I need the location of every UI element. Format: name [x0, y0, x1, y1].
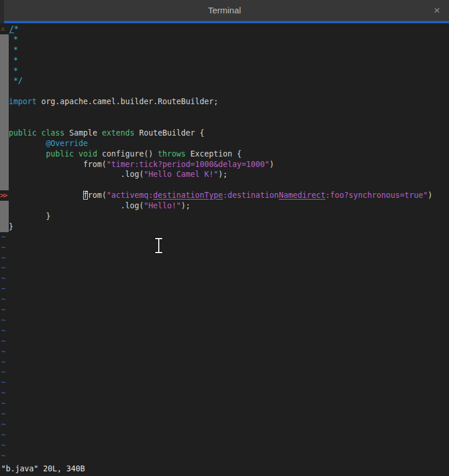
gutter-cell: [0, 76, 9, 86]
window-edge-strip: [0, 0, 4, 23]
code-line: *: [0, 45, 449, 55]
empty-line-marker: ~: [0, 420, 449, 430]
empty-line-marker: ~: [0, 284, 449, 294]
empty-lines: ~~~~~~~~~~~~~~~~~~~~~~: [0, 232, 449, 461]
titlebar[interactable]: Terminal ✕: [0, 0, 449, 21]
empty-line-marker: ~: [0, 305, 449, 315]
code-line: */: [0, 76, 449, 86]
terminal-screen[interactable]: ⚠/* * * * * */import org.apache.camel.bu…: [0, 23, 449, 476]
code-line: ⚠/*: [0, 24, 449, 34]
empty-line-marker: ~: [0, 263, 449, 273]
code-line: }: [0, 222, 449, 232]
code-text: *: [9, 66, 18, 76]
code-line: .log("Hello!");: [0, 201, 449, 211]
empty-line-marker: ~: [0, 294, 449, 305]
gutter-cell: [0, 97, 9, 107]
empty-line-marker: ~: [0, 451, 449, 461]
code-text: from("activemq:destinationType:destinati…: [9, 190, 433, 201]
empty-line-marker: ~: [0, 399, 449, 409]
code-line: @Override: [0, 138, 449, 149]
code-text: /*: [9, 24, 19, 34]
code-text: from("timer:tick?period=1000&delay=1000"…: [9, 159, 274, 170]
empty-line-marker: ~: [0, 409, 449, 420]
code-line: *: [0, 34, 449, 45]
gutter-cell: [0, 180, 9, 190]
empty-line-marker: ~: [0, 347, 449, 357]
code-text: }: [9, 211, 51, 222]
gutter-cell: [0, 159, 9, 170]
code-text: *: [9, 34, 18, 45]
empty-line-marker: ~: [0, 378, 449, 388]
code-text: *: [9, 45, 18, 55]
gutter-cell: [0, 149, 9, 159]
code-line: [0, 180, 449, 190]
code-text: public void configure() throws Exception…: [9, 149, 241, 159]
terminal-window: Terminal ✕ ⚠/* * * * * */import org.apac…: [0, 0, 449, 476]
code-line: [0, 118, 449, 128]
empty-line-marker: ~: [0, 367, 449, 378]
code-line: >> from("activemq:destinationType:destin…: [0, 190, 449, 201]
gutter-cell: [0, 45, 9, 55]
gutter-cell: [0, 66, 9, 76]
code-line: [0, 86, 449, 97]
code-line: [0, 107, 449, 118]
empty-line-marker: ~: [0, 326, 449, 336]
code-line: public class Sample extends RouteBuilder…: [0, 128, 449, 138]
empty-line-marker: ~: [0, 253, 449, 264]
code-line: *: [0, 66, 449, 76]
code-text: @Override: [9, 138, 88, 149]
gutter-cell: [0, 201, 9, 211]
empty-line-marker: ~: [0, 430, 449, 441]
empty-line-marker: ~: [0, 441, 449, 451]
gutter-cell: [0, 169, 9, 180]
vim-status-line: "b.java" 20L, 340B: [1, 464, 85, 474]
gutter-cell: [0, 211, 9, 222]
gutter-cell: [0, 55, 9, 66]
code-line: }: [0, 211, 449, 222]
gutter-cell: [0, 107, 9, 118]
code-lines: ⚠/* * * * * */import org.apache.camel.bu…: [0, 24, 449, 232]
empty-line-marker: ~: [0, 336, 449, 347]
empty-line-marker: ~: [0, 388, 449, 399]
code-line: *: [0, 55, 449, 66]
gutter-cell: [0, 222, 9, 232]
close-icon[interactable]: ✕: [430, 0, 443, 21]
empty-line-marker: ~: [0, 273, 449, 284]
code-line: from("timer:tick?period=1000&delay=1000"…: [0, 159, 449, 170]
gutter-cell: [0, 128, 9, 138]
empty-line-marker: ~: [0, 232, 449, 243]
gutter-warning-icon: ⚠: [0, 24, 9, 34]
empty-line-marker: ~: [0, 357, 449, 368]
code-text: */: [9, 76, 23, 86]
gutter-breakpoint-icon: >>: [0, 190, 9, 201]
gutter-cell: [0, 118, 9, 128]
empty-line-marker: ~: [0, 315, 449, 326]
code-text: import org.apache.camel.builder.RouteBui…: [9, 97, 218, 107]
code-line: .log("Hello Camel K!");: [0, 169, 449, 180]
code-text: .log("Hello Camel K!");: [9, 169, 227, 180]
code-text: }: [9, 222, 13, 232]
window-title: Terminal: [0, 0, 449, 21]
gutter-cell: [0, 86, 9, 97]
code-line: public void configure() throws Exception…: [0, 149, 449, 159]
code-line: import org.apache.camel.builder.RouteBui…: [0, 97, 449, 107]
code-text: .log("Hello!");: [9, 201, 190, 211]
gutter-cell: [0, 34, 9, 45]
code-text: public class Sample extends RouteBuilder…: [9, 128, 204, 138]
code-text: *: [9, 55, 18, 66]
empty-line-marker: ~: [0, 243, 449, 253]
gutter-cell: [0, 138, 9, 149]
